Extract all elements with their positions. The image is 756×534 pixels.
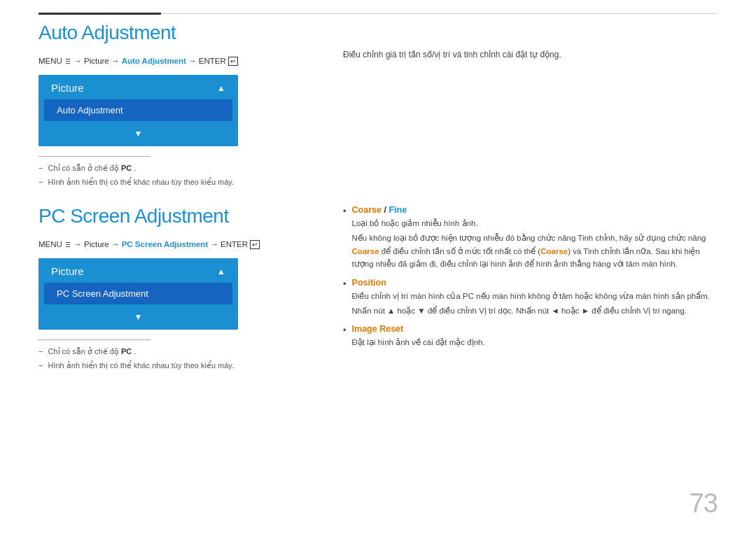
section2-title: PC Screen Adjustment [38,205,304,227]
section2-box-footer: ▼ [38,306,238,330]
bullet-label-coarse-fine: Coarse / Fine [352,205,718,215]
bullet-desc-position-2: Nhấn nút ▲ hoặc ▼ để điều chỉnh Vị trí d… [352,304,718,317]
chevron-up-icon: ▲ [217,83,225,93]
page-number: 73 [690,489,718,519]
section1-left: Auto Adjustment MENU ☰ → Picture → Auto … [38,22,304,190]
label-image-reset: Image Reset [352,324,404,334]
section1-box-title: Picture [51,82,84,94]
bullet-desc-position-1: Điều chỉnh vị trí màn hình của PC nếu mà… [352,290,718,302]
chevron-up-icon2: ▲ [217,267,225,276]
bullet-coarse-fine: • Coarse / Fine Loại bỏ hoặc giảm nhiễu … [343,205,718,271]
coarse-ref1: Coarse [352,247,379,255]
bullet-dot-1: • [343,206,346,216]
menu-highlight2: PC Screen Adjustment [122,240,209,248]
bullet-desc-coarse-2: Nếu không loại bỏ được hiện tượng nhiễu … [352,232,718,270]
bullet-label-position: Position [352,278,718,288]
section1-title: Auto Adjustment [38,22,304,44]
menu-prefix: MENU [38,57,62,65]
section1-selected-item: Auto Adjustment [44,99,232,121]
label-position: Position [352,278,386,288]
bullet-dot-3: • [343,325,346,335]
bullet-desc-coarse-1: Loại bỏ hoặc giảm nhiễu hình ảnh. [352,217,718,230]
menu-prefix2: MENU [38,240,62,248]
coarse-ref2: Coarse [540,247,568,255]
menu-middle1: → Picture → [74,57,121,65]
section2-box-title: Picture [51,265,84,277]
menu-suffix1: → ENTER [188,57,228,65]
bullet-content-2: Position Điều chỉnh vị trí màn hình của … [352,278,718,318]
menu-icon1: ☰ [65,58,71,65]
section1-note1: − Chỉ có sẵn ở chế độ PC . [38,162,304,174]
top-line-dark [38,13,161,15]
bullet-label-reset: Image Reset [352,324,718,334]
section2-note1: − Chỉ có sẵn ở chế độ PC . [38,346,304,358]
section2-note2: − Hình ảnh hiển thị có thể khác nhau tùy… [38,360,304,372]
section1-menu-path: MENU ☰ → Picture → Auto Adjustment → ENT… [38,57,304,65]
bullet-dot-2: • [343,279,346,289]
section1-right: Điều chỉnh giá trị tần số/vị trí và tinh… [304,22,718,190]
label-coarse: Coarse [352,205,382,215]
bullet-desc-reset: Đặt lại hình ảnh về cài đặt mặc định. [352,336,718,349]
section2-separator [38,339,150,340]
section1-separator [38,156,150,157]
section2-selected-item: PC Screen Adjustment [44,283,232,304]
label-fine: Fine [388,205,407,215]
section2-ui-box: Picture ▲ PC Screen Adjustment ▼ [38,258,238,330]
bullet-image-reset: • Image Reset Đặt lại hình ảnh về cài đặ… [343,324,718,349]
chevron-down-icon2: ▼ [134,312,143,322]
section1-box-footer: ▼ [38,122,238,146]
section1-description: Điều chỉnh giá trị tần số/vị trí và tinh… [343,48,718,62]
section1-area: Auto Adjustment MENU ☰ → Picture → Auto … [0,22,756,190]
menu-highlight1: Auto Adjustment [122,57,186,65]
section1-ui-box: Picture ▲ Auto Adjustment ▼ [38,75,238,146]
menu-suffix2: → ENTER [210,240,250,248]
section1-box-header: Picture ▲ [38,75,238,98]
chevron-down-icon: ▼ [134,129,143,139]
top-decorative-lines [0,0,756,15]
enter-icon2: ↵ [250,240,260,249]
section2-box-header: Picture ▲ [38,258,238,281]
section2-area: PC Screen Adjustment MENU ☰ → Picture → … [0,205,756,373]
bullet-position: • Position Điều chỉnh vị trí màn hình củ… [343,278,718,318]
section1-note2: − Hình ảnh hiển thị có thể khác nhau tùy… [38,176,304,188]
menu-middle2: → Picture → [74,240,121,248]
enter-icon1: ↵ [228,57,238,66]
bullet-content-1: Coarse / Fine Loại bỏ hoặc giảm nhiễu hì… [352,205,718,271]
bullet-content-3: Image Reset Đặt lại hình ảnh về cài đặt … [352,324,718,349]
section2-right: • Coarse / Fine Loại bỏ hoặc giảm nhiễu … [304,205,718,373]
section2-left: PC Screen Adjustment MENU ☰ → Picture → … [38,205,304,373]
page-container: Auto Adjustment MENU ☰ → Picture → Auto … [0,0,756,534]
top-line-light [161,13,718,14]
section2-menu-path: MENU ☰ → Picture → PC Screen Adjustment … [38,240,304,248]
menu-icon2: ☰ [65,241,71,248]
